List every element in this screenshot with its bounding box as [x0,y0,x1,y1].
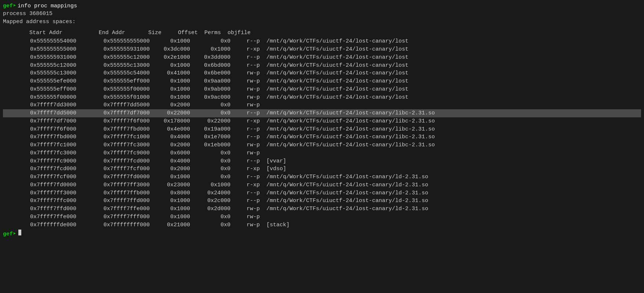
objfile: /mnt/q/Work/CTFs/uiuctf-24/lost-canary/l… [260,133,435,141]
start-addr: 0x555555554000 [3,37,76,45]
perms: r--p [230,62,260,70]
table-row: 0x7ffff7fc90000x7ffff7fcd0000x40000x0r--… [3,157,641,165]
perms: r--p [230,197,260,205]
table-row: 0x5555555550000x5555559310000x3dc0000x10… [3,45,641,54]
start-addr: 0x555555eff000 [3,85,76,94]
size: 0x8000 [150,189,190,197]
start-addr: 0x7ffff7ffc000 [3,197,76,205]
command-line: gef➤ info proc mappings [3,2,641,9]
start-addr: 0x7ffff7fd0000 [3,181,76,189]
objfile: /mnt/q/Work/CTFs/uiuctf-24/lost-canary/l… [260,94,408,102]
perms: r--p [230,173,260,181]
process-line: process 3686015 [3,10,641,18]
table-row: 0x7ffff7ffd0000x7ffff7ffe0000x10000x2d00… [3,205,641,213]
table-row: 0x7ffff7fc30000x7ffff7fc90000x60000x0rw-… [3,149,641,157]
table-row: 0x7ffff7dd50000x7ffff7df70000x220000x0r-… [3,109,641,117]
offset: 0x1e7000 [190,133,230,141]
size: 0x2000 [150,101,190,109]
table-row: 0x5555555540000x5555555550000x10000x0r--… [3,37,641,45]
start-addr: 0x7ffff7fc9000 [3,157,76,165]
end-addr: 0x555555c13000 [76,62,150,70]
end-addr: 0x7ffff7ffe000 [76,205,150,213]
end-addr: 0x555555f00000 [76,85,150,94]
offset: 0x24000 [190,189,230,197]
size: 0x4000 [150,133,190,141]
start-addr: 0x7ffff7ffd000 [3,205,76,213]
offset: 0x3dd000 [190,54,230,62]
size: 0x1000 [150,205,190,213]
offset: 0x0 [190,149,230,157]
objfile: /mnt/q/Work/CTFs/uiuctf-24/lost-canary/l… [260,141,435,149]
objfile: /mnt/q/Work/CTFs/uiuctf-24/lost-canary/l… [260,109,435,117]
start-addr: 0x7ffff7df7000 [3,117,76,125]
perms: rw-p [230,221,260,229]
objfile: /mnt/q/Work/CTFs/uiuctf-24/lost-canary/l… [260,62,408,70]
size: 0x1000 [150,77,190,85]
offset: 0x0 [190,165,230,173]
perms: r-xp [230,117,260,125]
start-addr: 0x7ffff7ff3000 [3,189,76,197]
table-row: 0x7ffff7dd30000x7ffff7dd50000x20000x0rw-… [3,101,641,109]
size: 0x4e000 [150,125,190,133]
end-addr: 0x7ffff7fc9000 [76,149,150,157]
gef-prompt: gef➤ [3,2,16,9]
objfile: /mnt/q/Work/CTFs/uiuctf-24/lost-canary/l… [260,37,408,45]
start-addr: 0x7ffff7dd5000 [3,109,76,117]
perms: rw-p [230,101,260,109]
start-addr: 0x7ffff7ffe000 [3,213,76,221]
objfile: /mnt/q/Work/CTFs/uiuctf-24/lost-canary/l… [260,181,428,189]
end-addr: 0x555555c54000 [76,69,150,77]
perms: r-xp [230,181,260,189]
objfile: /mnt/q/Work/CTFs/uiuctf-24/lost-canary/l… [260,197,428,205]
size: 0x21000 [150,221,190,229]
size: 0x178000 [150,117,190,125]
bottom-gef-prompt: gef➤ [3,230,16,237]
perms: r--p [230,133,260,141]
offset: 0x0 [190,101,230,109]
size: 0x1000 [150,94,190,102]
table-row: 0x7ffff7fc10000x7ffff7fc30000x20000x1eb0… [3,141,641,149]
objfile: /mnt/q/Work/CTFs/uiuctf-24/lost-canary/l… [260,117,435,125]
objfile: [stack] [260,221,290,229]
table-row: 0x555555eff0000x555555f000000x10000x9ab0… [3,85,641,94]
perms: rw-p [230,205,260,213]
start-addr: 0x555555c12000 [3,62,76,70]
objfile: [vdso] [260,165,286,173]
size: 0x3dc000 [150,45,190,54]
perms: r--p [230,109,260,117]
table-row: 0x7ffff7ff30000x7ffff7ffb0000x80000x2400… [3,189,641,197]
end-addr: 0x7ffffffff000 [76,221,150,229]
perms: rw-p [230,149,260,157]
offset: 0x0 [190,213,230,221]
end-addr: 0x7ffff7fc3000 [76,141,150,149]
end-addr: 0x7ffff7fbd000 [76,125,150,133]
objfile: /mnt/q/Work/CTFs/uiuctf-24/lost-canary/l… [260,85,408,94]
objfile: /mnt/q/Work/CTFs/uiuctf-24/lost-canary/l… [260,125,435,133]
start-addr: 0x555555c13000 [3,69,76,77]
terminal: gef➤ info proc mappings process 3686015 … [0,0,644,293]
size: 0x41000 [150,69,190,77]
start-addr: 0x555555f00000 [3,94,76,102]
objfile: /mnt/q/Work/CTFs/uiuctf-24/lost-canary/l… [260,205,428,213]
perms: r--p [230,54,260,62]
perms: rw-p [230,77,260,85]
table-row: 0x7ffff7f6f0000x7ffff7fbd0000x4e0000x19a… [3,125,641,133]
end-addr: 0x555555eff000 [76,77,150,85]
command-text: info proc mappings [18,3,77,9]
table-row: 0x7ffff7fd00000x7ffff7ff30000x230000x100… [3,181,641,189]
table-row: 0x555555c120000x555555c130000x10000x6bd0… [3,62,641,70]
perms: rw-p [230,94,260,102]
table-row: 0x7ffffffde0000x7ffffffff0000x210000x0rw… [3,221,641,229]
perms: rw-p [230,141,260,149]
offset: 0x0 [190,221,230,229]
offset: 0x9ac000 [190,94,230,102]
end-addr: 0x7ffff7f6f000 [76,117,150,125]
size: 0x4000 [150,157,190,165]
objfile: /mnt/q/Work/CTFs/uiuctf-24/lost-canary/l… [260,69,408,77]
table-row: 0x7ffff7ffc0000x7ffff7ffd0000x10000x2c00… [3,197,641,205]
perms: r--p [230,37,260,45]
start-addr: 0x7ffff7fcd000 [3,165,76,173]
table-row: 0x5555559310000x555555c120000x2e10000x3d… [3,54,641,62]
size: 0x23000 [150,181,190,189]
start-addr: 0x555555555000 [3,45,76,54]
